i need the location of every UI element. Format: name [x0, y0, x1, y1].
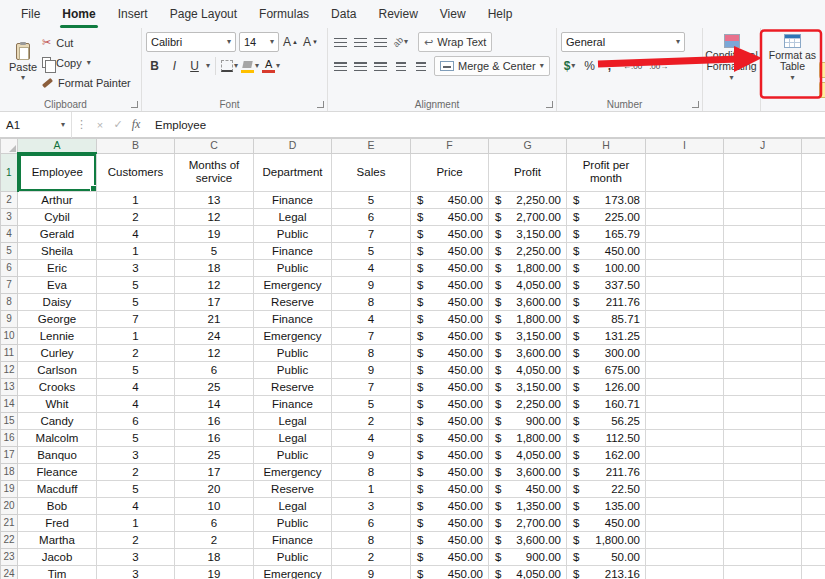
cell[interactable]: 9 [332, 565, 411, 579]
cell[interactable]: $2,250.00 [489, 191, 567, 208]
cell[interactable]: Candy [18, 412, 97, 429]
cell[interactable]: $56.25 [567, 412, 646, 429]
cell[interactable]: $450.00 [411, 225, 489, 242]
cell[interactable]: 4 [97, 378, 175, 395]
cell[interactable]: 6 [175, 514, 254, 531]
cell[interactable]: $450.00 [411, 327, 489, 344]
cell[interactable]: $2,250.00 [489, 395, 567, 412]
cell[interactable]: $3,150.00 [489, 327, 567, 344]
cell[interactable]: Arthur [18, 191, 97, 208]
cell[interactable]: $450.00 [411, 480, 489, 497]
cell[interactable] [724, 361, 802, 378]
decrease-font-size-button[interactable]: A▼ [302, 33, 319, 52]
column-header-H[interactable]: H [567, 139, 646, 154]
cell[interactable]: $3,150.00 [489, 225, 567, 242]
cell[interactable]: 5 [97, 293, 175, 310]
cell[interactable] [724, 395, 802, 412]
cell[interactable]: 6 [332, 208, 411, 225]
cell[interactable]: 5 [97, 276, 175, 293]
cell[interactable]: 3 [97, 548, 175, 565]
cell[interactable]: $22.50 [567, 480, 646, 497]
cell[interactable]: 5 [332, 395, 411, 412]
cell[interactable]: 3 [97, 259, 175, 276]
cell[interactable] [646, 242, 724, 259]
cell[interactable] [724, 565, 802, 579]
alignment-dialog-launcher-icon[interactable] [546, 101, 553, 108]
align-bottom-button[interactable] [372, 33, 389, 52]
cell[interactable]: $211.76 [567, 293, 646, 310]
cell[interactable] [802, 276, 825, 293]
copy-button[interactable]: Copy ▾ [42, 53, 131, 72]
cell[interactable] [802, 327, 825, 344]
cell[interactable]: $450.00 [411, 191, 489, 208]
row-header-15[interactable]: 15 [1, 412, 18, 429]
cell[interactable] [646, 378, 724, 395]
cell[interactable]: Finance [254, 395, 332, 412]
cell[interactable] [724, 497, 802, 514]
cell[interactable]: $2,700.00 [489, 208, 567, 225]
column-header-I[interactable]: I [646, 139, 724, 154]
cell[interactable]: $2,700.00 [489, 514, 567, 531]
cell[interactable]: 5 [175, 242, 254, 259]
cell[interactable]: $450.00 [411, 361, 489, 378]
cell[interactable]: Public [254, 225, 332, 242]
cell[interactable]: 19 [175, 565, 254, 579]
comma-style-button[interactable]: , [601, 57, 618, 76]
row-header-6[interactable]: 6 [1, 259, 18, 276]
selected-cell-a1[interactable]: Employee [18, 153, 97, 191]
cell[interactable]: Legal [254, 412, 332, 429]
cell[interactable] [646, 446, 724, 463]
cell[interactable]: Public [254, 361, 332, 378]
cell[interactable]: 4 [332, 310, 411, 327]
formula-input[interactable]: Employee [155, 119, 206, 131]
cell[interactable]: Price [411, 153, 489, 191]
increase-font-size-button[interactable]: A▲ [282, 33, 299, 52]
decrease-decimal-button[interactable]: .00→ [647, 61, 670, 72]
column-header-J[interactable]: J [724, 139, 802, 154]
cell[interactable]: $135.00 [567, 497, 646, 514]
cell[interactable]: 9 [332, 361, 411, 378]
italic-button[interactable]: I [166, 57, 183, 76]
cell[interactable]: 4 [332, 259, 411, 276]
cell[interactable]: $131.25 [567, 327, 646, 344]
cell[interactable]: Finance [254, 191, 332, 208]
cell[interactable]: $450.00 [411, 208, 489, 225]
tab-home[interactable]: Home [51, 0, 106, 28]
cell[interactable] [646, 191, 724, 208]
cell[interactable]: Gerald [18, 225, 97, 242]
column-header-E[interactable]: E [332, 139, 411, 154]
cell[interactable]: 5 [97, 480, 175, 497]
cell[interactable] [802, 293, 825, 310]
cell[interactable]: Sales [332, 153, 411, 191]
tab-view[interactable]: View [429, 0, 477, 28]
cell[interactable]: $450.00 [411, 293, 489, 310]
cell[interactable] [724, 225, 802, 242]
cell[interactable]: Banquo [18, 446, 97, 463]
cell[interactable] [724, 191, 802, 208]
cell[interactable]: Emergency [254, 327, 332, 344]
row-header-16[interactable]: 16 [1, 429, 18, 446]
cell[interactable]: $4,050.00 [489, 276, 567, 293]
tab-formulas[interactable]: Formulas [248, 0, 320, 28]
cell[interactable]: Lennie [18, 327, 97, 344]
cell[interactable]: $4,050.00 [489, 361, 567, 378]
cell[interactable]: $160.71 [567, 395, 646, 412]
cell[interactable]: Cybil [18, 208, 97, 225]
font-dialog-launcher-icon[interactable] [317, 101, 324, 108]
cell[interactable] [802, 361, 825, 378]
row-header-12[interactable]: 12 [1, 361, 18, 378]
cell[interactable]: 2 [332, 412, 411, 429]
orientation-button[interactable]: ab▾ [392, 33, 409, 52]
tab-insert[interactable]: Insert [107, 0, 159, 28]
cell[interactable] [724, 514, 802, 531]
cell[interactable]: $450.00 [411, 242, 489, 259]
cell[interactable] [646, 514, 724, 531]
cell[interactable] [724, 531, 802, 548]
cell[interactable]: $165.79 [567, 225, 646, 242]
row-header-4[interactable]: 4 [1, 225, 18, 242]
cell[interactable]: 18 [175, 259, 254, 276]
cell[interactable]: Reserve [254, 378, 332, 395]
cell[interactable]: 3 [97, 565, 175, 579]
cell[interactable]: $450.00 [411, 446, 489, 463]
cell[interactable]: 3 [332, 497, 411, 514]
